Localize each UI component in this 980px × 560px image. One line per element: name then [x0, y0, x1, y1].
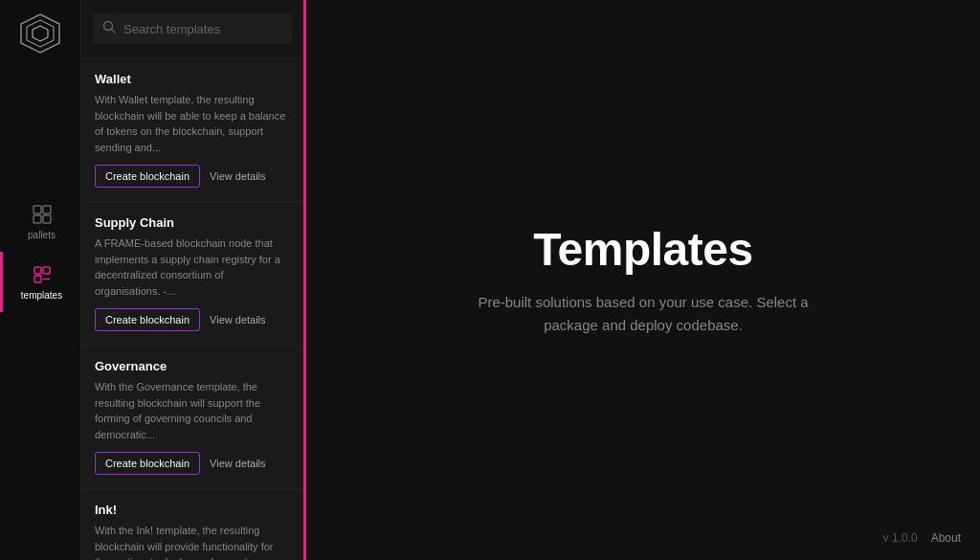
governance-create-button[interactable]: Create blockchain — [95, 452, 200, 475]
search-input[interactable] — [123, 22, 282, 36]
main-content: Templates Pre-built solutions based on y… — [306, 0, 980, 560]
supply-chain-desc: A FRAME-based blockchain node that imple… — [95, 235, 290, 299]
governance-view-button[interactable]: View details — [210, 453, 266, 474]
main-hero: Templates Pre-built solutions based on y… — [423, 223, 863, 337]
svg-rect-9 — [34, 276, 41, 282]
governance-desc: With the Governance template, the result… — [95, 379, 290, 442]
wallet-desc: With Wallet template, the resulting bloc… — [95, 92, 290, 155]
templates-icon — [31, 263, 54, 286]
version-about: v 1.0.0 About — [883, 531, 961, 545]
supply-chain-view-button[interactable]: View details — [210, 309, 266, 330]
svg-rect-6 — [43, 215, 51, 223]
template-card-governance: Governance With the Governance template,… — [81, 346, 303, 489]
search-icon — [102, 20, 116, 37]
governance-actions: Create blockchain View details — [95, 452, 290, 475]
governance-title: Governance — [95, 359, 290, 373]
logo — [16, 10, 64, 57]
sidebar-item-templates[interactable]: templates — [0, 252, 80, 312]
svg-rect-8 — [43, 267, 50, 274]
ink-title: Ink! — [95, 503, 290, 517]
wallet-title: Wallet — [95, 72, 290, 86]
svg-rect-4 — [43, 206, 51, 213]
template-card-supply-chain: Supply Chain A FRAME-based blockchain no… — [81, 202, 303, 346]
supply-chain-create-button[interactable]: Create blockchain — [95, 308, 200, 331]
svg-marker-2 — [33, 26, 48, 41]
svg-rect-7 — [34, 267, 41, 274]
about-link[interactable]: About — [931, 531, 961, 545]
wallet-view-button[interactable]: View details — [210, 166, 266, 187]
wallet-create-button[interactable]: Create blockchain — [95, 165, 200, 188]
sidebar-item-pallets[interactable]: pallets — [0, 191, 80, 252]
search-container — [93, 13, 292, 44]
templates-label: templates — [21, 290, 62, 301]
svg-rect-3 — [33, 206, 41, 213]
sidebar-nav: pallets templates — [0, 191, 80, 312]
main-subtitle: Pre-built solutions based on your use ca… — [461, 291, 825, 337]
pallets-icon — [31, 203, 54, 226]
svg-rect-5 — [33, 215, 41, 223]
supply-chain-title: Supply Chain — [95, 215, 290, 230]
template-list: Wallet With Wallet template, the resulti… — [81, 58, 303, 560]
ink-desc: With the Ink! template, the resulting bl… — [95, 523, 290, 560]
templates-panel: Wallet With Wallet template, the resulti… — [81, 0, 306, 560]
main-title: Templates — [533, 223, 752, 276]
template-card-wallet: Wallet With Wallet template, the resulti… — [81, 58, 303, 202]
svg-line-12 — [112, 30, 116, 34]
template-card-ink: Ink! With the Ink! template, the resulti… — [81, 489, 303, 560]
version-text: v 1.0.0 — [883, 531, 918, 545]
sidebar-left: pallets templates — [0, 0, 81, 560]
svg-marker-1 — [27, 20, 54, 47]
search-area — [81, 0, 303, 58]
wallet-actions: Create blockchain View details — [95, 165, 290, 188]
supply-chain-actions: Create blockchain View details — [95, 308, 290, 331]
pallets-label: pallets — [28, 230, 56, 240]
